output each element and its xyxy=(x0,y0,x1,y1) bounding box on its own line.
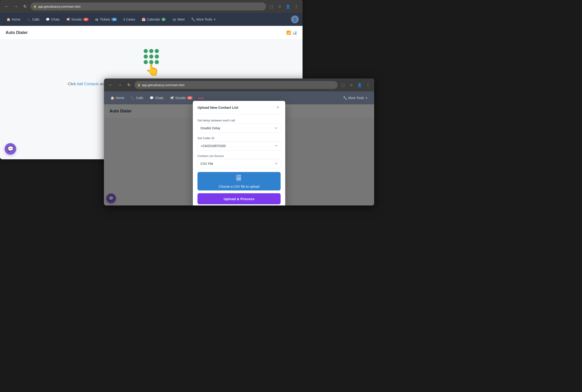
front-nav-calls[interactable]: 📞 Calls xyxy=(128,95,146,101)
back-browser-toolbar: ← → ↻ 🔒 app.getcallsavvy.com/main.html ⬚… xyxy=(0,0,303,13)
front-address-bar[interactable]: 🔒 app.getcallsavvy.com/main.html xyxy=(134,81,338,89)
front-screen-share-icon[interactable]: ⬚ xyxy=(339,82,346,88)
signal-icon: 📊 xyxy=(292,30,297,35)
user-avatar[interactable]: 👤 xyxy=(291,16,299,23)
modal-close-button[interactable]: × xyxy=(275,104,281,110)
front-nav-chats[interactable]: 💬 Chats xyxy=(147,95,166,101)
front-forward-button[interactable]: → xyxy=(116,81,123,89)
more-tools-arrow: ▼ xyxy=(214,18,216,21)
lock-icon: 🔒 xyxy=(33,5,37,8)
calendar-icon: 📅 xyxy=(142,18,146,21)
front-reload-button[interactable]: ↻ xyxy=(125,81,133,89)
profile-icon[interactable]: 👤 xyxy=(285,3,291,10)
nav-more-tools[interactable]: 🔧 More Tools ▼ xyxy=(188,16,219,22)
csv-upload-label: Choose a CSV file to upload xyxy=(219,185,259,188)
front-socials-icon: 📢 xyxy=(170,96,174,100)
header-icons: 📶 📊 xyxy=(286,30,297,35)
front-browser-toolbar: ← → ↻ 🔒 app.getcallsavvy.com/main.html ⬚… xyxy=(104,78,374,92)
hand-icon: 👆 xyxy=(145,63,160,76)
nav-cases-label: Cases xyxy=(126,18,135,21)
front-app-content: Auto Dialer Click Add Contacts and... xyxy=(104,104,374,206)
front-nav-more-ellipsis: ●●● xyxy=(198,96,204,100)
front-nav-more-tools-label: More Tools xyxy=(348,96,364,100)
back-app-nav: 🏠 Home 📞 Calls 💬 Chats 📢 Socials 63 🎟 Ti… xyxy=(0,13,303,26)
front-url-text: app.getcallsavvy.com/main.html xyxy=(142,83,184,87)
front-nav-chats-label: Chats xyxy=(155,96,164,100)
forward-button[interactable]: → xyxy=(12,3,20,10)
nav-meet-label: Meet xyxy=(177,18,185,21)
nav-calendar[interactable]: 📅 Calendar 1 xyxy=(139,16,168,22)
front-menu-icon[interactable]: ⋮ xyxy=(364,82,371,88)
menu-icon[interactable]: ⋮ xyxy=(293,3,300,10)
front-more-tools-icon: 🔧 xyxy=(343,96,347,100)
nav-calls[interactable]: 📞 Calls xyxy=(24,16,42,22)
front-nav-home[interactable]: 🏠 Home xyxy=(108,95,127,101)
cases-icon: ℹ xyxy=(124,18,125,21)
url-text: app.getcallsavvy.com/main.html xyxy=(38,5,80,8)
front-back-button[interactable]: ← xyxy=(107,81,114,89)
delay-label: Set delay between each call xyxy=(198,119,281,122)
front-nav-socials[interactable]: 📢 Socials 61 xyxy=(167,95,195,101)
contact-source-form-group: Contact List Source CSV File Contact Gro… xyxy=(198,154,281,168)
wifi-icon: 📶 xyxy=(286,30,291,35)
delay-form-group: Set delay between each call Disable Dela… xyxy=(198,119,281,133)
nav-calendar-label: Calendar xyxy=(147,18,160,21)
add-contacts-link[interactable]: Add Contacts xyxy=(77,82,99,86)
dot-6 xyxy=(155,54,159,59)
nav-cases[interactable]: ℹ Cases xyxy=(121,16,138,22)
nav-meet[interactable]: 📹 Meet xyxy=(169,16,187,22)
socials-badge: 63 xyxy=(83,18,89,21)
dot-3 xyxy=(155,49,159,53)
bookmark-icon[interactable]: ☆ xyxy=(276,3,283,10)
contact-source-label: Contact List Source xyxy=(198,154,281,158)
front-profile-icon[interactable]: 👤 xyxy=(356,82,363,88)
front-browser-actions: ⬚ ☆ 👤 ⋮ xyxy=(339,82,371,88)
dialer-dots-grid xyxy=(144,49,159,64)
socials-icon: 📢 xyxy=(66,18,70,21)
delay-select[interactable]: Disable Delay 5 seconds 10 seconds 30 se… xyxy=(198,124,281,133)
nav-home[interactable]: 🏠 Home xyxy=(4,16,23,22)
nav-socials[interactable]: 📢 Socials 63 xyxy=(63,16,92,22)
front-browser-window: ← → ↻ 🔒 app.getcallsavvy.com/main.html ⬚… xyxy=(104,78,374,206)
caller-id-select[interactable]: +2342018870200 xyxy=(198,141,281,150)
modal-body: Set delay between each call Disable Dela… xyxy=(193,114,285,206)
front-lock-icon: 🔒 xyxy=(137,83,141,86)
upload-process-button[interactable]: Upload & Process xyxy=(198,193,281,204)
csv-file-icon: CSV xyxy=(235,174,243,183)
nav-tickets-label: Tickets xyxy=(100,18,110,21)
screen-share-icon[interactable]: ⬚ xyxy=(268,3,275,10)
back-button[interactable]: ← xyxy=(3,3,10,10)
chat-fab-icon: 💬 xyxy=(8,146,14,152)
more-tools-icon: 🔧 xyxy=(191,18,195,21)
calls-icon: 📞 xyxy=(27,18,31,21)
tickets-icon: 🎟 xyxy=(95,18,98,21)
front-socials-badge: 61 xyxy=(187,96,193,100)
nav-home-label: Home xyxy=(12,18,20,21)
csv-upload-button[interactable]: CSV Choose a CSV file to upload xyxy=(198,172,281,190)
modal-title: Upload New Contact List xyxy=(198,106,238,110)
svg-text:CSV: CSV xyxy=(237,178,241,180)
browser-actions: ⬚ ☆ 👤 ⋮ xyxy=(268,3,300,10)
nav-chats[interactable]: 💬 Chats xyxy=(43,16,62,22)
nav-socials-label: Socials xyxy=(71,18,82,21)
front-bookmark-icon[interactable]: ☆ xyxy=(348,82,355,88)
modal-overlay: Upload New Contact List × Set delay betw… xyxy=(104,104,374,206)
chats-icon: 💬 xyxy=(46,18,50,21)
meet-icon: 📹 xyxy=(172,18,176,21)
nav-tickets[interactable]: 🎟 Tickets 16 xyxy=(92,16,120,22)
reload-button[interactable]: ↻ xyxy=(21,3,29,10)
contact-source-select[interactable]: CSV File Contact Group xyxy=(198,159,281,168)
dialer-visual: 👆 xyxy=(143,49,160,76)
address-bar[interactable]: 🔒 app.getcallsavvy.com/main.html xyxy=(31,2,266,10)
csv-icon-svg: CSV xyxy=(235,174,243,182)
upload-contact-list-modal: Upload New Contact List × Set delay betw… xyxy=(193,101,285,206)
front-chats-icon: 💬 xyxy=(150,96,154,100)
front-nav-more-tools[interactable]: 🔧 More Tools ▼ xyxy=(340,95,370,101)
nav-more-tools-label: More Tools xyxy=(196,18,212,21)
caller-id-form-group: Set Caller ID +2342018870200 xyxy=(198,136,281,150)
page-title: Auto Dialer xyxy=(6,30,28,35)
app-header: Auto Dialer 📶 📊 xyxy=(0,26,303,40)
front-home-icon: 🏠 xyxy=(110,96,114,100)
back-chat-fab[interactable]: 💬 xyxy=(5,143,16,155)
front-nav-calls-label: Calls xyxy=(136,96,143,100)
